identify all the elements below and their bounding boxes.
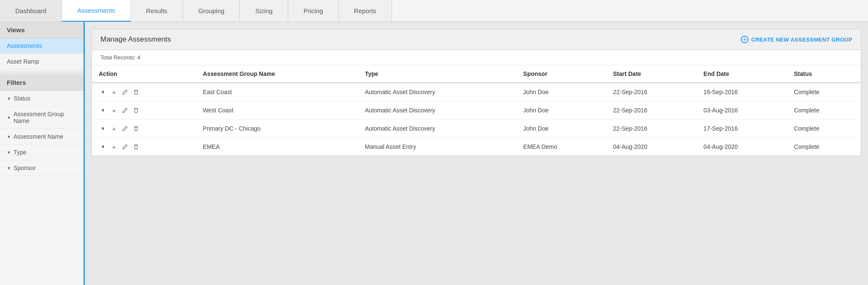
sidebar-item-asset-ramp[interactable]: Asset Ramp — [0, 54, 83, 70]
sidebar: Views AssessmentsAsset Ramp Filters ▼Sta… — [0, 22, 85, 285]
cell-end_date-3: 04-Aug-2020 — [697, 138, 787, 156]
table-header: ActionAssessment Group NameTypeSponsorSt… — [92, 65, 861, 83]
cell-status-2: Complete — [787, 120, 861, 138]
cell-name-2: Primary DC - Chicago — [196, 120, 358, 138]
cell-status-0: Complete — [787, 83, 861, 101]
cell-start_date-0: 22-Sep-2016 — [606, 83, 696, 101]
cell-status-3: Complete — [787, 138, 861, 156]
action-cell-1: ▼ + — [92, 101, 196, 120]
col-header-status: Status — [787, 65, 861, 83]
table-row: ▼ + East CoastAutomatic Asset DiscoveryJ… — [92, 83, 861, 101]
plus-circle-icon: + — [741, 36, 748, 43]
col-header-end_date: End Date — [697, 65, 787, 83]
delete-icon[interactable] — [132, 142, 140, 151]
content-area: Manage Assessments + CREATE NEW ASSESSME… — [85, 22, 868, 285]
panel-title: Manage Assessments — [100, 35, 171, 44]
cell-sponsor-3: EMEA Demo — [517, 138, 606, 156]
cell-end_date-1: 03-Aug-2016 — [697, 101, 787, 120]
nav-item-results[interactable]: Results — [131, 0, 183, 22]
cell-sponsor-1: John Doe — [517, 101, 606, 120]
cell-start_date-3: 04-Aug-2020 — [606, 138, 696, 156]
cell-sponsor-2: John Doe — [517, 120, 606, 138]
filter-label-type: Type — [14, 149, 26, 156]
filter-label-assessment-group-name: Assessment Group Name — [14, 111, 77, 124]
expand-icon[interactable]: ▼ — [99, 88, 107, 96]
col-header-sponsor: Sponsor — [517, 65, 606, 83]
add-icon[interactable]: + — [110, 106, 118, 115]
chevron-down-icon: ▼ — [7, 150, 11, 155]
nav-item-dashboard[interactable]: Dashboard — [0, 0, 62, 22]
table-row: ▼ + EMEAManual Asset EntryEMEA Demo04-Au… — [92, 138, 861, 156]
action-icons: ▼ + — [99, 124, 189, 133]
edit-icon[interactable] — [121, 142, 129, 151]
table-body: ▼ + East CoastAutomatic Asset DiscoveryJ… — [92, 83, 861, 156]
sidebar-filters-list: ▼Status▼Assessment Group Name▼Assessment… — [0, 91, 83, 176]
delete-icon[interactable] — [132, 124, 140, 133]
cell-end_date-0: 16-Sep-2016 — [697, 83, 787, 101]
cell-name-0: East Coast — [196, 83, 358, 101]
expand-icon[interactable]: ▼ — [99, 124, 107, 133]
filter-item-type[interactable]: ▼Type — [0, 145, 83, 160]
nav-item-grouping[interactable]: Grouping — [183, 0, 240, 22]
cell-type-3: Manual Asset Entry — [358, 138, 517, 156]
manage-assessments-panel: Manage Assessments + CREATE NEW ASSESSME… — [92, 29, 861, 156]
filter-item-assessment-name[interactable]: ▼Assessment Name — [0, 129, 83, 145]
edit-icon[interactable] — [121, 88, 129, 96]
col-header-action: Action — [92, 65, 196, 83]
action-icons: ▼ + — [99, 142, 189, 151]
panel-header: Manage Assessments + CREATE NEW ASSESSME… — [92, 29, 861, 50]
top-navigation: DashboardAssessmentsResultsGroupingSizin… — [0, 0, 868, 22]
filters-section-header: Filters — [0, 71, 83, 91]
cell-name-3: EMEA — [196, 138, 358, 156]
table-header-row: ActionAssessment Group NameTypeSponsorSt… — [92, 65, 861, 83]
table-row: ▼ + Primary DC - ChicagoAutomatic Asset … — [92, 120, 861, 138]
table-row: ▼ + West CoastAutomatic Asset DiscoveryJ… — [92, 101, 861, 120]
nav-item-sizing[interactable]: Sizing — [240, 0, 288, 22]
sidebar-item-assessments[interactable]: Assessments — [0, 38, 83, 54]
filter-item-sponsor[interactable]: ▼Sponsor — [0, 160, 83, 176]
add-icon[interactable]: + — [110, 88, 118, 96]
cell-status-1: Complete — [787, 101, 861, 120]
filter-item-assessment-group-name[interactable]: ▼Assessment Group Name — [0, 106, 83, 129]
chevron-down-icon: ▼ — [7, 134, 11, 139]
filter-label-status: Status — [14, 95, 31, 102]
main-layout: Views AssessmentsAsset Ramp Filters ▼Sta… — [0, 22, 868, 285]
chevron-down-icon: ▼ — [7, 115, 11, 120]
action-icons: ▼ + — [99, 106, 189, 115]
cell-sponsor-0: John Doe — [517, 83, 606, 101]
cell-start_date-1: 22-Sep-2016 — [606, 101, 696, 120]
expand-icon[interactable]: ▼ — [99, 106, 107, 115]
create-btn-label: CREATE NEW ASSESSMENT GROUP — [751, 36, 852, 43]
add-icon[interactable]: + — [110, 142, 118, 151]
cell-name-1: West Coast — [196, 101, 358, 120]
expand-icon[interactable]: ▼ — [99, 142, 107, 151]
chevron-down-icon: ▼ — [7, 96, 11, 101]
action-cell-3: ▼ + — [92, 138, 196, 156]
sidebar-views-list: AssessmentsAsset Ramp — [0, 38, 83, 70]
col-header-name: Assessment Group Name — [196, 65, 358, 83]
filter-label-assessment-name: Assessment Name — [14, 133, 63, 140]
create-assessment-group-button[interactable]: + CREATE NEW ASSESSMENT GROUP — [741, 36, 852, 43]
cell-type-2: Automatic Asset Discovery — [358, 120, 517, 138]
edit-icon[interactable] — [121, 124, 129, 133]
assessments-table: ActionAssessment Group NameTypeSponsorSt… — [92, 65, 861, 156]
views-section-header: Views — [0, 22, 83, 38]
filter-label-sponsor: Sponsor — [14, 165, 36, 171]
add-icon[interactable]: + — [110, 124, 118, 133]
nav-item-assessments[interactable]: Assessments — [62, 0, 131, 22]
col-header-type: Type — [358, 65, 517, 83]
filter-item-status[interactable]: ▼Status — [0, 91, 83, 106]
cell-end_date-2: 17-Sep-2016 — [697, 120, 787, 138]
col-header-start_date: Start Date — [606, 65, 696, 83]
cell-start_date-2: 22-Sep-2016 — [606, 120, 696, 138]
delete-icon[interactable] — [132, 106, 140, 115]
edit-icon[interactable] — [121, 106, 129, 115]
action-cell-0: ▼ + — [92, 83, 196, 101]
nav-item-reports[interactable]: Reports — [339, 0, 392, 22]
action-icons: ▼ + — [99, 88, 189, 96]
delete-icon[interactable] — [132, 88, 140, 96]
nav-item-pricing[interactable]: Pricing — [288, 0, 339, 22]
cell-type-1: Automatic Asset Discovery — [358, 101, 517, 120]
action-cell-2: ▼ + — [92, 120, 196, 138]
total-records: Total Records: 4 — [92, 50, 861, 65]
